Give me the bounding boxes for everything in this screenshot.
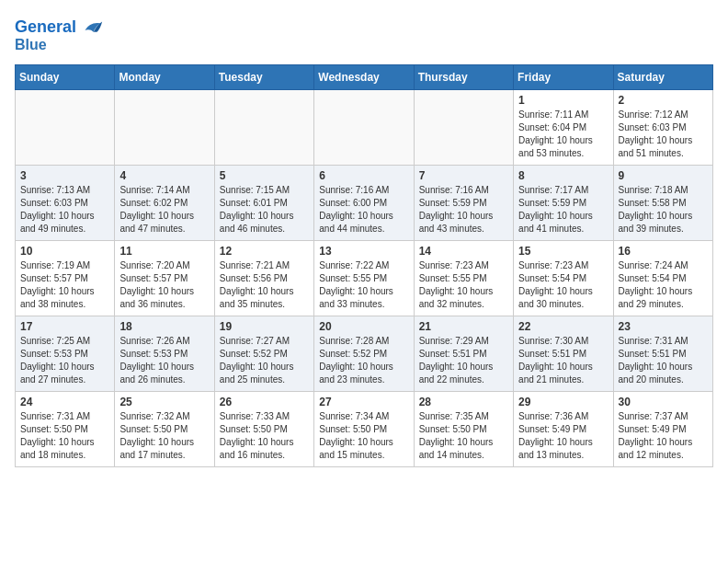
calendar-cell: 25Sunrise: 7:32 AM Sunset: 5:50 PM Dayli… [115, 391, 214, 466]
day-info: Sunrise: 7:36 AM Sunset: 5:49 PM Dayligh… [518, 410, 608, 462]
calendar-cell: 14Sunrise: 7:23 AM Sunset: 5:55 PM Dayli… [414, 240, 513, 316]
logo-text: General [15, 18, 76, 37]
calendar-cell: 9Sunrise: 7:18 AM Sunset: 5:58 PM Daylig… [613, 165, 712, 240]
calendar-cell: 3Sunrise: 7:13 AM Sunset: 6:03 PM Daylig… [16, 165, 115, 240]
day-number: 24 [20, 396, 109, 408]
day-info: Sunrise: 7:26 AM Sunset: 5:53 PM Dayligh… [119, 335, 209, 386]
day-info: Sunrise: 7:31 AM Sunset: 5:50 PM Dayligh… [20, 410, 109, 462]
calendar-cell [414, 89, 513, 165]
day-info: Sunrise: 7:19 AM Sunset: 5:57 PM Dayligh… [20, 259, 109, 311]
weekday-header: Friday [514, 64, 613, 89]
calendar-cell [214, 89, 313, 165]
calendar-cell: 11Sunrise: 7:20 AM Sunset: 5:57 PM Dayli… [115, 240, 214, 316]
day-info: Sunrise: 7:23 AM Sunset: 5:55 PM Dayligh… [419, 259, 508, 311]
day-number: 6 [319, 169, 408, 182]
day-info: Sunrise: 7:23 AM Sunset: 5:54 PM Dayligh… [518, 259, 608, 311]
weekday-header: Monday [115, 64, 214, 89]
day-number: 5 [220, 169, 309, 182]
day-number: 29 [518, 396, 608, 408]
day-number: 10 [20, 245, 109, 258]
day-number: 7 [419, 169, 508, 182]
calendar-cell: 22Sunrise: 7:30 AM Sunset: 5:51 PM Dayli… [514, 316, 613, 391]
day-number: 21 [419, 320, 508, 333]
day-number: 12 [220, 245, 309, 258]
calendar-cell [16, 89, 115, 165]
day-number: 20 [319, 320, 408, 333]
calendar-cell: 7Sunrise: 7:16 AM Sunset: 5:59 PM Daylig… [414, 165, 513, 240]
day-info: Sunrise: 7:25 AM Sunset: 5:53 PM Dayligh… [20, 335, 109, 386]
day-info: Sunrise: 7:20 AM Sunset: 5:57 PM Dayligh… [119, 259, 209, 311]
calendar-table: SundayMondayTuesdayWednesdayThursdayFrid… [15, 64, 713, 467]
calendar-cell: 1Sunrise: 7:11 AM Sunset: 6:04 PM Daylig… [514, 89, 613, 165]
calendar-cell: 2Sunrise: 7:12 AM Sunset: 6:03 PM Daylig… [613, 89, 712, 165]
calendar-cell [115, 89, 214, 165]
day-info: Sunrise: 7:34 AM Sunset: 5:50 PM Dayligh… [319, 410, 408, 462]
day-info: Sunrise: 7:15 AM Sunset: 6:01 PM Dayligh… [220, 184, 309, 236]
day-number: 16 [619, 245, 708, 258]
day-number: 4 [119, 169, 209, 182]
day-info: Sunrise: 7:21 AM Sunset: 5:56 PM Dayligh… [220, 259, 309, 311]
calendar-cell: 15Sunrise: 7:23 AM Sunset: 5:54 PM Dayli… [514, 240, 613, 316]
day-number: 28 [419, 396, 508, 408]
page-header: General Blue [15, 15, 713, 53]
calendar-cell: 6Sunrise: 7:16 AM Sunset: 6:00 PM Daylig… [314, 165, 414, 240]
day-number: 9 [619, 169, 708, 182]
weekday-header: Wednesday [314, 64, 414, 89]
calendar-cell: 27Sunrise: 7:34 AM Sunset: 5:50 PM Dayli… [314, 391, 414, 466]
calendar-cell: 4Sunrise: 7:14 AM Sunset: 6:02 PM Daylig… [115, 165, 214, 240]
day-info: Sunrise: 7:16 AM Sunset: 6:00 PM Dayligh… [319, 184, 408, 236]
day-number: 13 [319, 245, 408, 258]
day-number: 15 [518, 245, 608, 258]
day-number: 8 [518, 169, 608, 182]
day-info: Sunrise: 7:30 AM Sunset: 5:51 PM Dayligh… [518, 335, 608, 386]
day-info: Sunrise: 7:16 AM Sunset: 5:59 PM Dayligh… [419, 184, 508, 236]
logo-blue-text: Blue [15, 37, 47, 53]
calendar-cell [314, 89, 414, 165]
calendar-cell: 21Sunrise: 7:29 AM Sunset: 5:51 PM Dayli… [414, 316, 513, 391]
day-info: Sunrise: 7:28 AM Sunset: 5:52 PM Dayligh… [319, 335, 408, 386]
logo-bird-icon [78, 15, 104, 40]
day-info: Sunrise: 7:31 AM Sunset: 5:51 PM Dayligh… [619, 335, 708, 386]
calendar-cell: 10Sunrise: 7:19 AM Sunset: 5:57 PM Dayli… [16, 240, 115, 316]
day-number: 22 [518, 320, 608, 333]
day-number: 2 [619, 94, 708, 107]
day-info: Sunrise: 7:29 AM Sunset: 5:51 PM Dayligh… [419, 335, 508, 386]
calendar-cell: 13Sunrise: 7:22 AM Sunset: 5:55 PM Dayli… [314, 240, 414, 316]
day-number: 25 [119, 396, 209, 408]
day-number: 30 [619, 396, 708, 408]
weekday-header: Thursday [414, 64, 513, 89]
calendar-cell: 12Sunrise: 7:21 AM Sunset: 5:56 PM Dayli… [214, 240, 313, 316]
calendar-cell: 28Sunrise: 7:35 AM Sunset: 5:50 PM Dayli… [414, 391, 513, 466]
calendar-cell: 26Sunrise: 7:33 AM Sunset: 5:50 PM Dayli… [214, 391, 313, 466]
calendar-cell: 24Sunrise: 7:31 AM Sunset: 5:50 PM Dayli… [16, 391, 115, 466]
calendar-cell: 18Sunrise: 7:26 AM Sunset: 5:53 PM Dayli… [115, 316, 214, 391]
day-number: 3 [20, 169, 109, 182]
calendar-cell: 5Sunrise: 7:15 AM Sunset: 6:01 PM Daylig… [214, 165, 313, 240]
logo: General Blue [15, 15, 104, 53]
day-info: Sunrise: 7:32 AM Sunset: 5:50 PM Dayligh… [119, 410, 209, 462]
calendar-cell: 17Sunrise: 7:25 AM Sunset: 5:53 PM Dayli… [16, 316, 115, 391]
day-number: 11 [119, 245, 209, 258]
calendar-cell: 30Sunrise: 7:37 AM Sunset: 5:49 PM Dayli… [613, 391, 712, 466]
day-info: Sunrise: 7:14 AM Sunset: 6:02 PM Dayligh… [119, 184, 209, 236]
weekday-header: Tuesday [214, 64, 313, 89]
day-info: Sunrise: 7:11 AM Sunset: 6:04 PM Dayligh… [518, 109, 608, 160]
calendar-cell: 19Sunrise: 7:27 AM Sunset: 5:52 PM Dayli… [214, 316, 313, 391]
day-info: Sunrise: 7:27 AM Sunset: 5:52 PM Dayligh… [220, 335, 309, 386]
day-info: Sunrise: 7:24 AM Sunset: 5:54 PM Dayligh… [619, 259, 708, 311]
day-number: 19 [220, 320, 309, 333]
day-number: 18 [119, 320, 209, 333]
weekday-header: Saturday [613, 64, 712, 89]
day-number: 14 [419, 245, 508, 258]
day-info: Sunrise: 7:12 AM Sunset: 6:03 PM Dayligh… [619, 109, 708, 160]
day-number: 26 [220, 396, 309, 408]
calendar-cell: 29Sunrise: 7:36 AM Sunset: 5:49 PM Dayli… [514, 391, 613, 466]
day-number: 27 [319, 396, 408, 408]
day-info: Sunrise: 7:13 AM Sunset: 6:03 PM Dayligh… [20, 184, 109, 236]
weekday-header: Sunday [16, 64, 115, 89]
day-number: 23 [619, 320, 708, 333]
day-info: Sunrise: 7:18 AM Sunset: 5:58 PM Dayligh… [619, 184, 708, 236]
day-number: 17 [20, 320, 109, 333]
calendar-cell: 23Sunrise: 7:31 AM Sunset: 5:51 PM Dayli… [613, 316, 712, 391]
calendar-cell: 20Sunrise: 7:28 AM Sunset: 5:52 PM Dayli… [314, 316, 414, 391]
